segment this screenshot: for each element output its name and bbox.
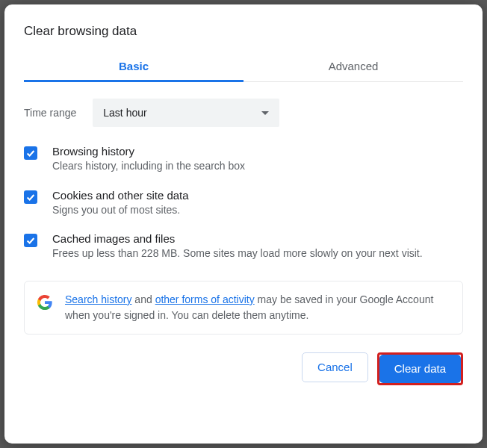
option-cookies: Cookies and other site data Signs you ou… [24, 189, 463, 218]
google-logo-icon [37, 294, 53, 311]
options-list: Browsing history Clears history, includi… [24, 145, 463, 261]
cancel-button[interactable]: Cancel [302, 352, 368, 382]
option-subtitle: Clears history, including in the search … [52, 159, 245, 174]
check-icon [25, 148, 36, 158]
option-browsing-history: Browsing history Clears history, includi… [24, 145, 463, 174]
option-subtitle: Signs you out of most sites. [52, 203, 189, 218]
option-subtitle: Frees up less than 228 MB. Some sites ma… [52, 246, 423, 261]
google-account-info: Search history and other forms of activi… [24, 281, 463, 335]
info-text: Search history and other forms of activi… [65, 292, 450, 323]
clear-data-button[interactable]: Clear data [379, 355, 461, 383]
option-cache: Cached images and files Frees up less th… [24, 232, 463, 261]
checkbox-cache[interactable] [24, 234, 37, 247]
chevron-down-icon [261, 111, 269, 115]
option-text: Cached images and files Frees up less th… [52, 232, 423, 261]
info-text-mid: and [131, 293, 155, 305]
time-range-label: Time range [24, 107, 76, 119]
time-range-value: Last hour [103, 107, 146, 119]
tab-basic[interactable]: Basic [24, 52, 244, 81]
other-activity-link[interactable]: other forms of activity [155, 293, 255, 305]
option-text: Browsing history Clears history, includi… [52, 145, 245, 174]
clear-browsing-data-dialog: Clear browsing data Basic Advanced Time … [4, 4, 483, 444]
search-history-link[interactable]: Search history [65, 293, 131, 305]
option-title: Cached images and files [52, 232, 423, 245]
time-range-row: Time range Last hour [24, 99, 463, 127]
check-icon [25, 192, 36, 202]
time-range-select[interactable]: Last hour [93, 99, 279, 127]
dialog-buttons: Cancel Clear data [24, 352, 463, 385]
option-title: Cookies and other site data [52, 189, 189, 202]
option-title: Browsing history [52, 145, 245, 158]
checkbox-browsing-history[interactable] [24, 146, 37, 160]
clear-data-highlight: Clear data [377, 352, 463, 385]
tabs: Basic Advanced [24, 52, 463, 82]
tab-advanced[interactable]: Advanced [244, 52, 463, 81]
check-icon [25, 235, 36, 246]
option-text: Cookies and other site data Signs you ou… [52, 189, 189, 218]
dialog-title: Clear browsing data [24, 24, 463, 39]
checkbox-cookies[interactable] [24, 190, 37, 204]
